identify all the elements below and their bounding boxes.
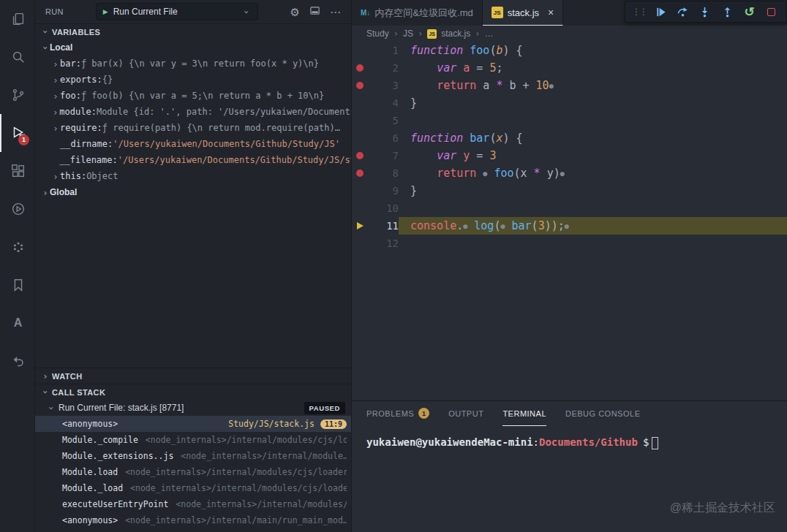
call-stack-section-header[interactable]: › CALL STACK <box>35 384 351 400</box>
stack-frame[interactable]: Module._compile<node_internals>/internal… <box>35 432 351 448</box>
code-line-2[interactable]: 2 var a = 5; <box>352 59 787 77</box>
breadcrumb-item[interactable]: … <box>484 28 493 39</box>
variable-foo[interactable]: ›foo: ƒ foo(b) {\n var a = 5;\n return a… <box>35 88 351 104</box>
tab-debug-console[interactable]: DEBUG CONSOLE <box>565 401 640 426</box>
breakpoint-icon[interactable] <box>356 152 364 159</box>
code-line-7[interactable]: 7 var y = 3 <box>352 147 787 164</box>
editor-tab-bar: M↓ 内存空间&垃圾回收.md JS stack.js × ⋮⋮ <box>352 0 787 26</box>
extensions-icon[interactable] <box>0 152 34 190</box>
run-debug-icon[interactable]: 1 <box>0 114 34 152</box>
gutter-line-7[interactable]: 7 <box>352 147 399 164</box>
code-text[interactable] <box>399 235 787 252</box>
code-text[interactable] <box>399 200 787 217</box>
variables-tree: ›Local›bar: ƒ bar(x) {\n var y = 3\n ret… <box>35 39 351 368</box>
explorer-icon[interactable] <box>0 0 34 38</box>
variables-section-header[interactable]: › VARIABLES <box>35 23 351 39</box>
code-text[interactable]: var a = 5; <box>399 59 787 77</box>
restart-button[interactable]: ↺ <box>742 4 758 20</box>
watch-section-header[interactable]: › WATCH <box>35 368 351 384</box>
gutter-line-1[interactable]: 1 <box>352 42 399 59</box>
breakpoint-icon[interactable] <box>356 170 364 177</box>
variable-module[interactable]: ›module: Module {id: '.', path: '/Users/… <box>35 104 351 120</box>
dots-cluster-icon[interactable] <box>0 228 34 266</box>
tab-output[interactable]: OUTPUT <box>448 401 483 426</box>
debug-console-panel-icon[interactable] <box>309 5 320 19</box>
gutter-line-2[interactable]: 2 <box>352 59 399 77</box>
variable-__filename[interactable]: __filename: '/Users/yukaiwen/Documents/G… <box>35 152 351 168</box>
code-line-4[interactable]: 4} <box>352 94 787 112</box>
gutter-line-5[interactable]: 5 <box>352 112 399 129</box>
gutter-line-10[interactable]: 10 <box>352 200 399 217</box>
gutter-line-6[interactable]: 6 <box>352 129 399 147</box>
breakpoint-icon[interactable] <box>356 82 364 89</box>
chevron-icon: › <box>51 59 60 69</box>
bookmark-icon[interactable] <box>0 266 34 304</box>
step-out-button[interactable] <box>719 4 735 20</box>
tab-terminal[interactable]: TERMINAL <box>502 401 546 426</box>
breadcrumb-item[interactable]: JS <box>403 28 413 39</box>
source-control-icon[interactable] <box>0 76 34 114</box>
breadcrumb-item[interactable]: stack.js <box>441 28 470 39</box>
search-icon[interactable] <box>0 38 34 76</box>
call-stack-session[interactable]: › Run Current File: stack.js [8771] PAUS… <box>35 400 351 416</box>
code-line-9[interactable]: 9} <box>352 182 787 200</box>
stop-button[interactable] <box>764 4 780 20</box>
gutter-line-3[interactable]: 3 <box>352 77 399 94</box>
stack-frame[interactable]: Module.load<node_internals>/internal/mod… <box>35 464 351 480</box>
gripper-icon[interactable]: ⋮⋮ <box>632 7 647 17</box>
code-text[interactable]: console.● log(● bar(3));● <box>399 217 787 235</box>
breakpoint-icon[interactable] <box>356 64 364 72</box>
stack-frame[interactable]: <anonymous>Study/JS/stack.js11:9 <box>35 416 351 432</box>
code-line-6[interactable]: 6function bar(x) { <box>352 129 787 147</box>
more-actions-icon[interactable]: ⋯ <box>330 7 341 18</box>
close-icon[interactable]: × <box>548 7 554 18</box>
code-editor[interactable]: 1function foo(b) {2 var a = 5;3 return a… <box>352 42 787 400</box>
variable-this[interactable]: ›this: Object <box>35 168 351 184</box>
code-line-12[interactable]: 12 <box>352 235 787 252</box>
breadcrumb-item[interactable]: Study <box>366 28 389 39</box>
panel-tab-label: DEBUG CONSOLE <box>565 409 640 418</box>
variable-__dirname[interactable]: __dirname: '/Users/yukaiwen/Documents/Gi… <box>35 136 351 152</box>
variable-require[interactable]: ›require: ƒ require(path) {\n return mod… <box>35 120 351 136</box>
terminal[interactable]: yukaiwen@yukaiwendeMac-mini:Documents/Gi… <box>352 426 787 449</box>
step-over-button[interactable] <box>675 4 691 20</box>
run-config-dropdown[interactable]: ▶ Run Current File › <box>96 3 258 20</box>
stack-frame[interactable]: Module._extensions..js<node_internals>/i… <box>35 448 351 464</box>
stack-frame[interactable]: executeUserEntryPoint<node_internals>/in… <box>35 496 351 512</box>
variable-bar[interactable]: ›bar: ƒ bar(x) {\n var y = 3\n return fo… <box>35 56 351 72</box>
continue-button[interactable] <box>652 4 669 20</box>
code-line-3[interactable]: 3 return a * b + 10● <box>352 77 787 94</box>
step-into-button[interactable] <box>697 4 713 20</box>
watch-header-label: WATCH <box>52 372 83 381</box>
code-text[interactable]: return ● foo(x * y)● <box>399 164 787 182</box>
code-line-10[interactable]: 10 <box>352 200 787 217</box>
gear-icon[interactable]: ⚙ <box>290 7 300 18</box>
stack-frame[interactable]: Module._load<node_internals>/internal/mo… <box>35 480 351 496</box>
scope-row-local[interactable]: ›Local <box>35 39 351 56</box>
gutter-line-11[interactable]: 11 <box>352 217 399 235</box>
tab-stack-js[interactable]: JS stack.js × <box>483 0 564 26</box>
code-line-11[interactable]: 11console.● log(● bar(3));● <box>352 217 787 235</box>
code-line-8[interactable]: 8 return ● foo(x * y)● <box>352 164 787 182</box>
code-text[interactable]: } <box>399 182 787 200</box>
play-circle-icon[interactable] <box>0 190 34 228</box>
code-text[interactable]: } <box>399 94 787 112</box>
history-back-icon[interactable] <box>0 342 34 380</box>
stack-frame[interactable]: <anonymous><node_internals>/internal/mai… <box>35 512 351 528</box>
gutter-line-4[interactable]: 4 <box>352 94 399 112</box>
code-text[interactable] <box>399 112 787 129</box>
variable-exports[interactable]: ›exports: {} <box>35 72 351 88</box>
code-text[interactable]: function bar(x) { <box>399 129 787 147</box>
gutter-line-12[interactable]: 12 <box>352 235 399 252</box>
gutter-line-8[interactable]: 8 <box>352 164 399 182</box>
scope-row-global[interactable]: ›Global <box>35 184 351 200</box>
code-line-1[interactable]: 1function foo(b) { <box>352 42 787 59</box>
code-text[interactable]: function foo(b) { <box>399 42 787 59</box>
code-line-5[interactable]: 5 <box>352 112 787 129</box>
tab-problems[interactable]: PROBLEMS 1 <box>366 401 429 426</box>
code-text[interactable]: var y = 3 <box>399 147 787 164</box>
tab-memory-md[interactable]: M↓ 内存空间&垃圾回收.md <box>352 0 483 26</box>
letter-a-icon[interactable]: A <box>0 304 34 342</box>
gutter-line-9[interactable]: 9 <box>352 182 399 200</box>
code-text[interactable]: return a * b + 10● <box>399 77 787 94</box>
